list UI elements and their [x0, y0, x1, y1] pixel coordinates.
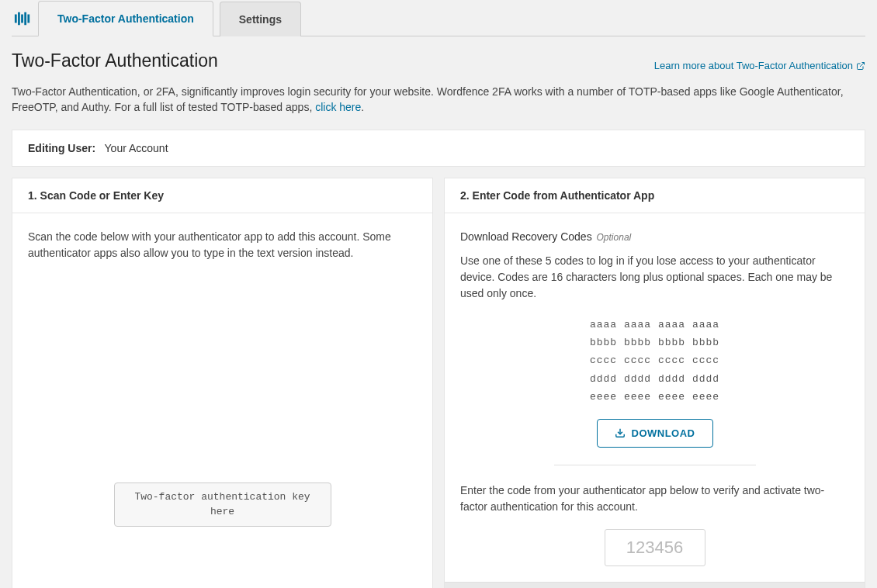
external-link-icon	[856, 61, 865, 71]
scan-code-desc: Scan the code below with your authentica…	[28, 229, 417, 261]
svg-rect-2	[21, 15, 23, 23]
enter-code-desc: Enter the code from your authenticator a…	[460, 483, 849, 515]
recovery-codes-label: Download Recovery Codes	[460, 230, 592, 243]
editing-user-label: Editing User:	[28, 142, 95, 154]
editing-user-bar: Editing User: Your Account	[12, 130, 865, 167]
recovery-code: cccc cccc cccc cccc	[460, 351, 849, 369]
click-here-link[interactable]: click here	[315, 101, 361, 113]
download-label: DOWNLOAD	[632, 427, 695, 439]
svg-rect-4	[27, 15, 29, 23]
download-button[interactable]: DOWNLOAD	[597, 419, 713, 448]
tab-two-factor[interactable]: Two-Factor Authentication	[38, 1, 213, 36]
two-factor-key-display: Two-factor authentication key here	[114, 483, 331, 527]
learn-more-label: Learn more about Two-Factor Authenticati…	[654, 60, 853, 71]
intro-text: Two-Factor Authentication, or 2FA, signi…	[12, 84, 865, 116]
learn-more-link[interactable]: Learn more about Two-Factor Authenticati…	[654, 60, 865, 71]
recovery-codes-desc: Use one of these 5 codes to log in if yo…	[460, 253, 849, 302]
tab-settings[interactable]: Settings	[220, 2, 301, 36]
enter-code-panel: 2. Enter Code from Authenticator App Dow…	[444, 178, 865, 588]
tab-bar: Two-Factor Authentication Settings	[12, 0, 865, 36]
recovery-codes-list: aaaa aaaa aaaa aaaa bbbb bbbb bbbb bbbb …	[460, 316, 849, 406]
enter-code-header: 2. Enter Code from Authenticator App	[445, 178, 865, 213]
editing-user-value: Your Account	[105, 142, 168, 154]
svg-line-5	[860, 62, 865, 67]
svg-rect-1	[18, 12, 20, 26]
scan-code-panel: 1. Scan Code or Enter Key Scan the code …	[12, 178, 433, 588]
page-title: Two-Factor Authentication	[12, 50, 218, 71]
panel-footer: For help on setting up an app, visit our…	[445, 582, 865, 588]
recovery-code: dddd dddd dddd dddd	[460, 370, 849, 388]
recovery-code: eeee eeee eeee eeee	[460, 388, 849, 406]
svg-rect-3	[24, 12, 26, 26]
optional-label: Optional	[597, 232, 632, 243]
divider	[554, 465, 756, 465]
auth-code-input[interactable]	[605, 529, 705, 566]
recovery-code: aaaa aaaa aaaa aaaa	[460, 316, 849, 334]
wordfence-logo-icon	[12, 8, 33, 29]
download-icon	[615, 427, 626, 438]
recovery-code: bbbb bbbb bbbb bbbb	[460, 334, 849, 351]
scan-code-header: 1. Scan Code or Enter Key	[12, 178, 432, 213]
svg-rect-0	[15, 15, 17, 23]
